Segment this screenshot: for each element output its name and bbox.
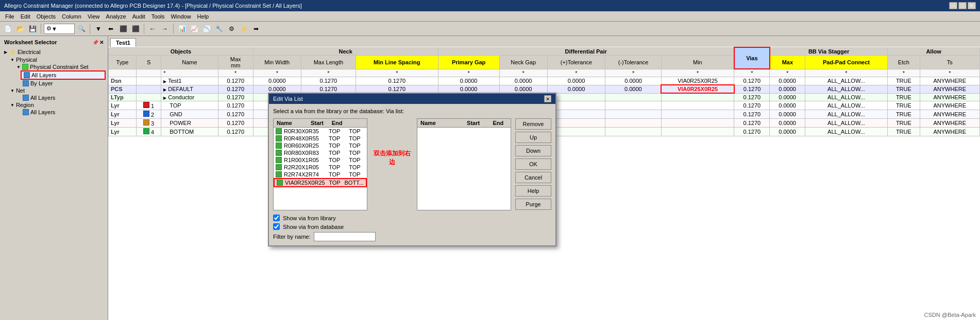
cell-vias[interactable] — [661, 127, 734, 136]
show-database-checkbox[interactable] — [273, 223, 280, 230]
cell-max[interactable]: 0.1270 — [218, 93, 253, 101]
cell-maxl[interactable]: 0.1270 — [301, 85, 356, 93]
cell-minbb[interactable]: 0.1270 — [734, 85, 770, 93]
up-button[interactable]: Up — [515, 132, 551, 143]
menu-view[interactable]: View — [85, 12, 103, 21]
cell-etch[interactable]: TRUE — [888, 110, 920, 118]
cell-ts[interactable]: ANYWHERE — [920, 118, 979, 127]
menu-file[interactable]: File — [2, 12, 18, 21]
cell-max[interactable]: 0.1270 — [218, 127, 253, 136]
help-button[interactable]: Help — [515, 185, 551, 197]
sidebar-item-region[interactable]: ▼ Region — [8, 101, 106, 109]
menu-audit[interactable]: Audit — [129, 12, 148, 21]
toolbar-btn6[interactable]: 📈 — [189, 23, 200, 34]
cell-minw[interactable]: * — [253, 69, 301, 77]
cell-minbb[interactable]: 0.1270 — [734, 77, 770, 85]
tab-test1[interactable]: Test1 — [110, 38, 136, 47]
cell-ppc[interactable]: * — [805, 69, 887, 77]
toolbar-btn10[interactable]: ⚡ — [238, 23, 249, 34]
cell-mls[interactable]: 0.1270 — [356, 85, 438, 93]
cell-minw[interactable]: 0.0000 — [253, 85, 301, 93]
cell-ppc[interactable]: ALL_ALLOW... — [805, 85, 887, 93]
cell-name[interactable]: GND — [161, 110, 218, 118]
cell-mt[interactable] — [605, 101, 661, 110]
cell-maxbb[interactable]: 0.0000 — [770, 85, 805, 93]
edit-via-list-dialog[interactable]: Edit Via List ✕ Select a via from the li… — [268, 93, 556, 246]
menu-help[interactable]: Help — [194, 12, 212, 21]
menu-window[interactable]: Window — [167, 12, 194, 21]
toolbar-dropdown1[interactable]: ⚙ ▼ — [44, 24, 75, 34]
sidebar-item-net[interactable]: ▼ Net — [8, 87, 106, 94]
toolbar-btn8[interactable]: 🔧 — [213, 23, 225, 34]
dialog-via-list[interactable]: R0R30X0R35 TOP TOP R0R48X0R55 TOP TOP — [274, 128, 367, 210]
toolbar-btn5[interactable]: 📊 — [176, 23, 188, 34]
toolbar-save[interactable]: 💾 — [27, 23, 38, 34]
menu-edit[interactable]: Edit — [18, 12, 33, 21]
cell-maxbb[interactable]: 0.0000 — [770, 110, 805, 118]
ok-button[interactable]: OK — [515, 158, 551, 170]
dialog-close-button[interactable]: ✕ — [544, 95, 551, 102]
maximize-button[interactable]: □ — [958, 2, 967, 9]
cell-vias[interactable] — [661, 101, 734, 110]
cell-mls[interactable]: 0.1270 — [356, 77, 438, 85]
cell-minw[interactable]: 0.0000 — [253, 77, 301, 85]
show-library-checkbox[interactable] — [273, 215, 280, 221]
menu-analyze[interactable]: Analyze — [103, 12, 129, 21]
cell-max[interactable]: 0.1270 — [218, 101, 253, 110]
sidebar-item-net-all-layers[interactable]: All Layers — [21, 94, 106, 101]
list-item[interactable]: R0R80X0R83 TOP TOP — [274, 149, 367, 156]
cell-minbb[interactable]: * — [734, 69, 770, 77]
list-item[interactable]: R0R48X0R55 TOP TOP — [274, 135, 367, 142]
list-item[interactable]: R2R20X1R05 TOP TOP — [274, 164, 367, 171]
toolbar-arrow-left[interactable]: ← — [147, 23, 158, 34]
cell-pt[interactable]: 0.0000 — [547, 85, 605, 93]
cell-max[interactable]: 0.1270 — [218, 85, 253, 93]
cell-maxbb[interactable]: 0.0000 — [770, 77, 805, 85]
cell-ppc[interactable]: ALL_ALLOW... — [805, 118, 887, 127]
cell-ts[interactable]: ANYWHERE — [920, 101, 979, 110]
cell-ts[interactable]: ANYWHERE — [920, 85, 979, 93]
toolbar-open[interactable]: 📂 — [14, 23, 26, 34]
cell-ts[interactable]: ANYWHERE — [920, 127, 979, 136]
cell-etch[interactable]: TRUE — [888, 77, 920, 85]
toolbar-new[interactable]: 📄 — [2, 23, 13, 34]
cell-mls[interactable]: * — [356, 69, 438, 77]
toolbar-arrow-right[interactable]: → — [159, 23, 171, 34]
cell-maxbb[interactable]: 0.0000 — [770, 118, 805, 127]
cell-ng[interactable]: 0.0000 — [499, 85, 547, 93]
cell-name[interactable]: BOTTOM — [161, 127, 218, 136]
cell-ppc[interactable]: ALL_ALLOW... — [805, 101, 887, 110]
cell-vias[interactable]: VIA0R25X0R25 — [661, 77, 734, 85]
cell-name[interactable]: ▶ Test1 — [161, 77, 218, 85]
cell-maxl[interactable]: 0.1270 — [301, 77, 356, 85]
menu-tools[interactable]: Tools — [148, 12, 168, 21]
cell-etch[interactable]: TRUE — [888, 93, 920, 101]
cell-ts[interactable]: ANYWHERE — [920, 77, 979, 85]
cell-pg[interactable]: 0.0000 — [438, 85, 499, 93]
cell-name[interactable]: POWER — [161, 118, 218, 127]
toolbar-btn9[interactable]: ⚙ — [226, 23, 237, 34]
cell-etch[interactable]: TRUE — [888, 118, 920, 127]
cell-mt[interactable] — [605, 118, 661, 127]
toolbar-btn2[interactable]: ⬅ — [105, 23, 116, 34]
toolbar-btn4[interactable]: ⬛ — [130, 23, 141, 34]
cell-ts[interactable]: ANYWHERE — [920, 110, 979, 118]
cell-minbb[interactable]: 0.1270 — [734, 101, 770, 110]
list-item-selected[interactable]: VIA0R25X0R25 TOP BOTT... — [274, 178, 367, 187]
cell-max[interactable]: 0.1270 — [218, 77, 253, 85]
cell-name[interactable]: * — [161, 69, 218, 77]
cell-name[interactable]: ▶ DEFAULT — [161, 85, 218, 93]
filter-input[interactable] — [314, 232, 376, 241]
remove-button[interactable]: Remove — [515, 118, 551, 130]
cell-mt[interactable]: * — [605, 69, 661, 77]
cell-etch[interactable]: TRUE — [888, 127, 920, 136]
sidebar-item-all-layers[interactable]: All Layers — [21, 70, 106, 80]
cell-maxbb[interactable]: 0.0000 — [770, 127, 805, 136]
menu-column[interactable]: Column — [59, 12, 85, 21]
cell-ppc[interactable]: ALL_ALLOW... — [805, 110, 887, 118]
list-item[interactable]: R0R30X0R35 TOP TOP — [274, 128, 367, 135]
cell-ts[interactable]: * — [920, 69, 979, 77]
cell-max[interactable]: 0.1270 — [218, 118, 253, 127]
cell-minbb[interactable]: 0.1270 — [734, 110, 770, 118]
list-item[interactable]: R2R74X2R74 TOP TOP — [274, 171, 367, 178]
